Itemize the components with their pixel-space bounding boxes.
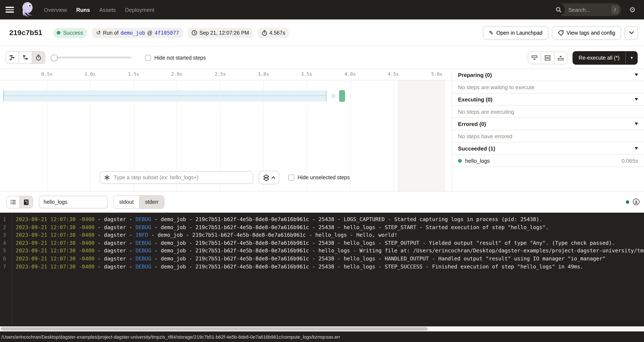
timed-view-button[interactable] [32, 52, 45, 64]
caret-down-icon [635, 147, 638, 150]
axis-tick: 1.0s [84, 72, 96, 77]
op-selector-icon [104, 174, 110, 180]
log-line: 32023-09-21 12:07:30 -0400 - dagster - I… [0, 231, 644, 239]
step-name: hello_logs [465, 158, 490, 164]
status-badge: Success [53, 28, 87, 38]
view-tags-config-button[interactable]: View tags and config [552, 26, 621, 40]
gantt-chart: 0.5s 1.0s 1.5s 2.0s 2.5s 3.0s 3.5s 4.0s … [0, 69, 452, 191]
run-of-tag: ↺ Run of demo_job @ 4f105077 [92, 28, 183, 38]
panel-section-executing[interactable]: Executing (0) [452, 94, 644, 106]
expand-rows-button[interactable] [554, 52, 567, 64]
caret-down-icon [635, 98, 638, 100]
axis-tick: 0.5s [42, 72, 53, 77]
nav-link-assets[interactable]: Assets [99, 6, 116, 13]
open-in-launchpad-button[interactable]: ✎ Open in Launchpad [483, 26, 548, 40]
log-step-filter-input[interactable] [39, 196, 108, 208]
log-file-path: /Users/erincochran/Desktop/dagster-examp… [1, 334, 340, 339]
step-subset-input[interactable] [113, 174, 253, 181]
tab-stderr[interactable]: stderr [139, 196, 164, 208]
header-buttons: ✎ Open in Launchpad View tags and config [483, 26, 638, 40]
nav-link-deployment[interactable]: Deployment [125, 6, 154, 13]
run-main-area: 0.5s 1.0s 1.5s 2.0s 2.5s 3.0s 3.5s 4.0s … [0, 69, 644, 192]
nav-link-overview[interactable]: Overview [44, 6, 67, 13]
log-line: 22023-09-21 12:07:30 -0400 - dagster - D… [0, 224, 644, 231]
panel-empty-message: No steps have errored [452, 130, 644, 142]
dagster-run-page: Overview Runs Assets Deployment Search..… [0, 0, 644, 342]
panel-section-errored[interactable]: Errored (0) [452, 118, 644, 130]
horizontal-scrollbar-thumb[interactable] [1, 327, 428, 330]
dagster-logo-icon[interactable] [20, 2, 36, 18]
succeeded-step-row[interactable]: hello_logs 0.065s [452, 155, 644, 167]
search-icon [552, 4, 565, 16]
hide-unselected-label: Hide unselected steps [298, 174, 350, 180]
zoom-slider [52, 56, 131, 59]
hide-unselected-control: Hide unselected steps [288, 174, 350, 180]
step-success-dot-icon [458, 159, 462, 162]
log-stream-tabs: stdout stderr [113, 195, 164, 209]
tab-stdout[interactable]: stdout [114, 196, 139, 208]
after-run-end-region [398, 80, 445, 191]
top-nav: Overview Runs Assets Deployment Search..… [0, 0, 644, 20]
gantt-toolbar: Hide not started steps Re-execute all (*… [0, 46, 644, 69]
log-line: 42023-09-21 12:07:30 -0400 - dagster - D… [0, 239, 644, 247]
zoom-slider-knob[interactable] [51, 54, 58, 61]
gantt-time-axis: 0.5s 1.0s 1.5s 2.0s 2.5s 3.0s 3.5s 4.0s … [0, 69, 452, 80]
zoom-slider-track[interactable] [52, 57, 131, 58]
stopwatch-icon [262, 30, 267, 36]
log-capture-status-dot [626, 200, 629, 204]
reexecute-all-button[interactable]: Re-execute all (*) ▾ [573, 51, 638, 64]
hide-not-started-control: Hide not started steps [145, 46, 206, 69]
step-waiting-bar[interactable] [4, 90, 326, 102]
reexecute-dropdown-chevron-icon[interactable]: ▾ [626, 56, 638, 60]
axis-tick: 1.5s [128, 72, 139, 77]
raw-log-view-button[interactable] [20, 196, 32, 208]
log-line: 12023-09-21 12:07:30 -0400 - dagster - D… [0, 216, 644, 224]
run-header: 219c7b51 Success ↺ Run of demo_job @ 4f1… [0, 20, 644, 46]
download-log-icon[interactable] [632, 198, 640, 206]
graph-query-layers-button[interactable] [259, 171, 279, 184]
panel-empty-message: No steps are waiting to execute [452, 81, 644, 94]
hide-unselected-checkbox[interactable] [288, 174, 294, 180]
split-rows-button[interactable] [541, 52, 554, 64]
panel-section-succeeded[interactable]: Succeeded (1) [452, 142, 644, 155]
step-start-marker[interactable] [332, 94, 335, 98]
log-line: 52023-09-21 12:07:30 -0400 - dagster - D… [0, 247, 644, 255]
tag-icon [558, 30, 564, 36]
log-toolbar: stdout stderr [0, 192, 644, 213]
axis-tick: 4.5s [388, 72, 399, 77]
search-box[interactable]: Search... / [552, 4, 621, 16]
step-execution-bar[interactable] [339, 90, 345, 102]
collapse-rows-button[interactable] [528, 52, 541, 64]
search-shortcut-badge: / [612, 6, 619, 14]
step-status-panel: Preparing (0) No steps are waiting to ex… [452, 69, 644, 191]
timestamp-tag: Sep 21, 12:07:26 PM [188, 28, 253, 38]
hide-not-started-label: Hide not started steps [154, 55, 206, 61]
gear-icon[interactable]: ⚙ [629, 6, 636, 14]
log-line: 62023-09-21 12:07:30 -0400 - dagster - D… [0, 255, 644, 263]
gantt-right-tools: Re-execute all (*) ▾ [522, 46, 644, 69]
chevron-down-icon [629, 31, 634, 34]
waterfall-view-button[interactable] [18, 52, 32, 64]
nav-link-runs[interactable]: Runs [76, 6, 90, 13]
axis-tick: 3.0s [258, 72, 269, 77]
panel-section-preparing[interactable]: Preparing (0) [452, 69, 644, 81]
log-line: 72023-09-21 12:07:30 -0400 - dagster - D… [0, 263, 644, 270]
job-link[interactable]: demo_job [120, 30, 145, 36]
flat-view-button[interactable] [6, 52, 18, 64]
gantt-canvas: Hide unselected steps [0, 80, 452, 191]
clock-icon [192, 30, 197, 36]
axis-tick: 5.0s [431, 72, 442, 77]
row-expand-switcher [528, 51, 568, 64]
nav-links: Overview Runs Assets Deployment [44, 6, 154, 13]
log-file-path-statusbar: /Users/erincochran/Desktop/dagster-examp… [0, 332, 644, 342]
log-view-switcher [6, 196, 33, 208]
gantt-view-mode-switcher [6, 51, 45, 64]
chevron-up-icon [271, 176, 275, 179]
structured-log-view-button[interactable] [7, 196, 20, 208]
header-more-actions-button[interactable] [624, 26, 638, 40]
hamburger-menu-icon[interactable] [6, 7, 14, 13]
version-link[interactable]: 4f105077 [154, 30, 179, 36]
status-dot-icon [57, 31, 60, 35]
hide-not-started-checkbox[interactable] [145, 55, 151, 61]
horizontal-scrollbar [0, 326, 644, 332]
